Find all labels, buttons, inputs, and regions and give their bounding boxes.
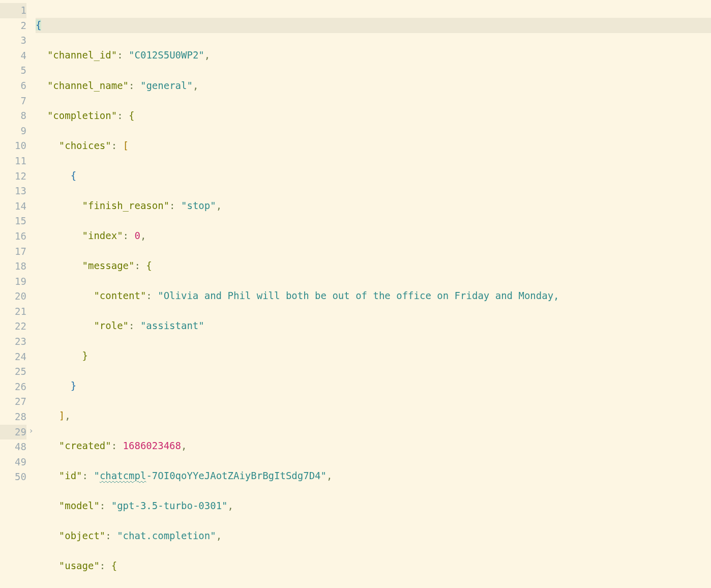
line-number: 12 xyxy=(0,169,26,184)
line-number: 13 xyxy=(0,184,26,199)
code-line[interactable]: "content": "Olivia and Phil will both be… xyxy=(36,288,711,304)
line-number: 25 xyxy=(0,364,26,379)
line-number: 8 xyxy=(0,108,26,124)
line-number: 20 xyxy=(0,289,26,304)
code-line[interactable]: "message": { xyxy=(36,258,711,274)
line-number: 48 xyxy=(0,439,26,455)
code-line[interactable]: "channel_name": "general", xyxy=(36,78,711,94)
line-number: 24 xyxy=(0,349,26,365)
code-line[interactable]: "choices": [ xyxy=(36,138,711,154)
fold-chevron-icon[interactable]: › xyxy=(28,425,34,437)
code-line[interactable]: "id": "chatcmpl-7OI0qoYYeJAotZAiyBrBgItS… xyxy=(36,468,711,484)
line-number: 5 xyxy=(0,63,26,78)
line-number: 27 xyxy=(0,394,26,409)
line-number: 11 xyxy=(0,154,26,169)
code-line[interactable]: "completion": { xyxy=(36,108,711,124)
line-number: 50 xyxy=(0,469,26,485)
line-number: 16 xyxy=(0,229,26,244)
line-number: 28 xyxy=(0,409,26,425)
code-line[interactable]: "channel_id": "C012S5U0WP2", xyxy=(36,48,711,63)
code-line[interactable]: } xyxy=(36,378,711,394)
code-line[interactable]: "usage": { xyxy=(36,558,711,574)
code-line[interactable]: { xyxy=(36,168,711,184)
code-line[interactable]: "created": 1686023468, xyxy=(36,438,711,454)
code-line[interactable]: "model": "gpt-3.5-turbo-0301", xyxy=(36,498,711,514)
code-line[interactable]: } xyxy=(36,348,711,364)
line-number: 17 xyxy=(0,244,26,259)
line-number: 19 xyxy=(0,274,26,289)
code-line[interactable]: "object": "chat.completion", xyxy=(36,528,711,544)
code-line[interactable]: ], xyxy=(36,408,711,424)
line-number: 23 xyxy=(0,334,26,349)
line-number: 15 xyxy=(0,214,26,229)
line-number: 49 xyxy=(0,455,26,470)
line-number: 21 xyxy=(0,304,26,319)
code-area[interactable]: { "channel_id": "C012S5U0WP2", "channel_… xyxy=(36,0,711,588)
line-number: 3 xyxy=(0,33,26,48)
line-number-gutter: 1 2 3 4 5 6 7 8 9 10 11 12 13 14 15 16 1… xyxy=(0,0,36,588)
line-number: 14 xyxy=(0,199,26,214)
code-editor[interactable]: 1 2 3 4 5 6 7 8 9 10 11 12 13 14 15 16 1… xyxy=(0,0,711,588)
line-number: 2 xyxy=(0,18,26,34)
code-line[interactable]: "finish_reason": "stop", xyxy=(36,198,711,214)
line-number: 9 xyxy=(0,124,26,139)
code-line[interactable]: "index": 0, xyxy=(36,228,711,244)
line-number: 4 xyxy=(0,48,26,64)
line-number: 29› xyxy=(0,425,26,440)
line-number: 18 xyxy=(0,259,26,274)
line-number: 26 xyxy=(0,379,26,395)
line-number: 7 xyxy=(0,94,26,109)
code-line[interactable]: "role": "assistant" xyxy=(36,318,711,334)
line-number: 22 xyxy=(0,319,26,334)
line-number: 6 xyxy=(0,78,26,94)
code-line[interactable]: { xyxy=(36,18,711,33)
line-number: 1 xyxy=(0,3,26,18)
line-number: 10 xyxy=(0,138,26,154)
